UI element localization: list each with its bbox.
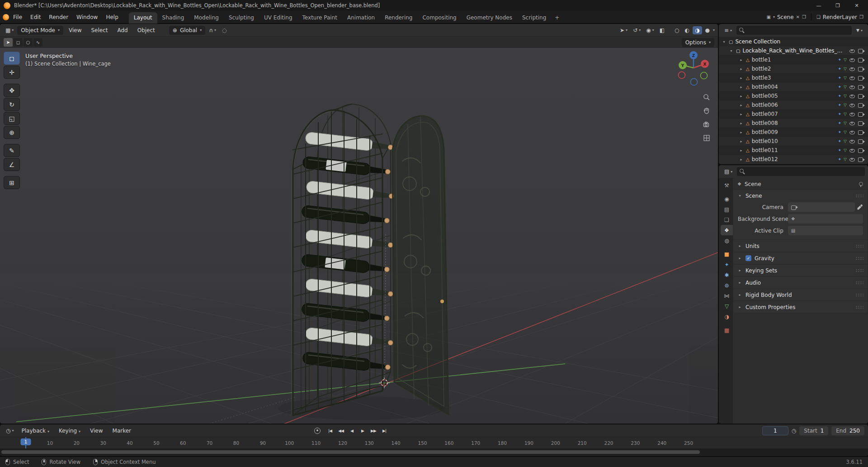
gravity-checkbox[interactable]: ✓	[745, 255, 751, 261]
object-name[interactable]: bottle008	[752, 120, 778, 126]
outliner-editor-type-icon[interactable]: ≡▾	[722, 26, 734, 34]
custom-properties-panel[interactable]: ▸Custom Properties	[733, 301, 868, 313]
disclosure-icon[interactable]: ▸	[739, 94, 744, 98]
workspace-tab[interactable]: Sculpting	[224, 12, 259, 24]
render-visibility-icon[interactable]	[858, 66, 865, 72]
view-layer-new-icon[interactable]: ❐	[859, 14, 863, 19]
properties-editor-type-icon[interactable]: ▤▾	[722, 167, 735, 176]
outliner-row-object[interactable]: ▸ △ bottle3 ✦ ▽	[719, 73, 868, 82]
rigid-body-world-panel[interactable]: ▸Rigid Body World	[733, 289, 868, 300]
scene-browse-icon[interactable]: ▣	[766, 14, 770, 19]
disclosure-icon[interactable]: ▸	[739, 121, 744, 125]
start-frame-field[interactable]: Start1	[799, 426, 828, 435]
topbar-menu[interactable]: File	[9, 13, 26, 22]
tool-add-cube-button[interactable]: ⊞	[4, 176, 20, 189]
viewport-menu[interactable]: Add	[113, 26, 132, 35]
render-visibility-icon[interactable]	[858, 75, 865, 81]
overlays-toggle-button[interactable]: ◉▾	[644, 26, 656, 34]
marker-menu[interactable]: Marker	[108, 426, 135, 435]
rack-door[interactable]	[392, 116, 448, 415]
viewport-canvas[interactable]: User Perspective (1) Scene Collection | …	[0, 48, 718, 424]
disclosure-icon[interactable]: ▸	[739, 67, 744, 71]
modifier-properties-tab[interactable]: ✦	[721, 259, 733, 270]
select-mode-circle-button[interactable]: ○	[24, 38, 33, 47]
render-visibility-icon[interactable]	[858, 102, 865, 108]
select-mode-box-button[interactable]: ◻	[14, 38, 23, 47]
navigation-gizmo[interactable]: Z X Y	[675, 49, 712, 87]
camera-view-icon[interactable]	[702, 119, 712, 129]
outliner-row-object[interactable]: ▸ △ bottle005 ✦ ▽	[719, 91, 868, 100]
panel-grip[interactable]	[855, 244, 863, 248]
tool-rotate-button[interactable]: ↻	[4, 98, 20, 111]
panel-grip[interactable]	[855, 305, 863, 309]
orientation-dropdown[interactable]: ⊕Global▾	[169, 26, 205, 35]
gravity-panel[interactable]: ▸✓Gravity	[733, 253, 868, 264]
outliner-search-input[interactable]	[736, 26, 852, 35]
hide-eye-icon[interactable]	[849, 93, 856, 99]
shading-wireframe-button[interactable]: ○	[672, 26, 681, 34]
collection-name[interactable]: Lockable_Rack_with_Wine_Bottles_Ope	[742, 48, 844, 54]
disclosure-icon[interactable]: ▸	[739, 139, 744, 143]
gizmos-toggle-button[interactable]: ↺▾	[631, 26, 643, 34]
panel-grip[interactable]	[855, 293, 863, 297]
object-name[interactable]: bottle004	[752, 84, 778, 90]
disclosure-icon[interactable]: ▸	[739, 76, 744, 80]
workspace-tab[interactable]: Compositing	[417, 12, 461, 24]
panel-grip[interactable]	[855, 194, 863, 198]
play-button[interactable]: ▶	[358, 426, 368, 435]
object-name[interactable]: bottle010	[752, 138, 778, 144]
prev-keyframe-button[interactable]: ◀◀	[336, 426, 346, 435]
texture-properties-tab[interactable]: ▦	[721, 325, 733, 335]
outliner-row-object[interactable]: ▸ △ bottle006 ✦ ▽	[719, 100, 868, 110]
keying-sets-panel[interactable]: ▸Keying Sets	[733, 265, 868, 276]
tool-select-box-button[interactable]: ◻	[4, 52, 20, 65]
options-dropdown[interactable]: Options▾	[682, 38, 714, 47]
hide-eye-icon[interactable]	[849, 102, 856, 108]
shading-rendered-button[interactable]: ●	[703, 26, 712, 34]
render-visibility-icon[interactable]	[858, 111, 865, 117]
timeline-ruler[interactable]: 1 10203040506070809010011012013014015016…	[0, 437, 868, 448]
material-properties-tab[interactable]: ◑	[721, 311, 733, 322]
topbar-menu[interactable]: Help	[102, 13, 122, 22]
disclosure-icon[interactable]: ▸	[739, 103, 744, 107]
outliner-row-object[interactable]: ▸ △ bottle010 ✦ ▽	[719, 137, 868, 146]
outliner-row-object[interactable]: ▸ △ bottle004 ✦ ▽	[719, 82, 868, 91]
snap-magnet-button[interactable]: ∩▾	[207, 26, 218, 34]
mode-dropdown[interactable]: Object Mode▾	[17, 26, 63, 35]
workspace-tab[interactable]: Animation	[342, 12, 380, 24]
view-layer-icon[interactable]: ❏	[816, 14, 821, 19]
workspace-tab[interactable]: Modeling	[189, 12, 224, 24]
audio-panel[interactable]: ▸Audio	[733, 277, 868, 288]
playhead[interactable]: 1	[21, 438, 31, 445]
constraints-properties-tab[interactable]: ⋈	[721, 291, 733, 301]
viewport-menu[interactable]: Object	[133, 26, 159, 35]
viewport-menu[interactable]: Select	[87, 26, 112, 35]
disclosure-icon[interactable]: ▸	[739, 58, 744, 62]
workspace-tab-layout[interactable]: Layout	[129, 12, 157, 24]
filter-icon[interactable]: ▼▾	[854, 27, 865, 34]
end-frame-field[interactable]: End250	[831, 426, 864, 435]
hide-eye-icon[interactable]	[849, 120, 856, 126]
properties-search-input[interactable]	[737, 167, 865, 176]
topbar-menu[interactable]: Render	[45, 13, 72, 22]
object-name[interactable]: bottle009	[752, 129, 778, 135]
scene-collection-label[interactable]: Scene Collection	[735, 38, 780, 45]
object-properties-tab[interactable]: ■	[721, 249, 733, 259]
select-mode-tweak-button[interactable]: ➤	[4, 38, 13, 47]
render-visibility-icon[interactable]	[858, 129, 865, 135]
scene-properties-tab[interactable]: ❖	[721, 225, 733, 235]
render-properties-tab[interactable]: ◉	[721, 194, 733, 204]
view-layer-properties-tab[interactable]: ❏	[721, 214, 733, 225]
hide-eye-icon[interactable]	[849, 129, 856, 135]
viewport-menu[interactable]: View	[65, 26, 85, 35]
outliner-row-object[interactable]: ▸ △ bottle012 ✦ ▽	[719, 155, 868, 164]
jump-to-end-button[interactable]: ▶|	[379, 426, 389, 435]
view-menu[interactable]: View	[86, 426, 107, 435]
units-panel[interactable]: ▸Units	[733, 240, 868, 252]
scene-unlink-icon[interactable]: ✕	[796, 14, 800, 19]
panel-disclosure-icon[interactable]: ▾	[737, 194, 742, 198]
hide-eye-icon[interactable]	[849, 138, 856, 144]
object-name[interactable]: bottle1	[752, 57, 771, 63]
hide-eye-icon[interactable]	[849, 57, 856, 63]
workspace-tab[interactable]: Scripting	[517, 12, 551, 24]
